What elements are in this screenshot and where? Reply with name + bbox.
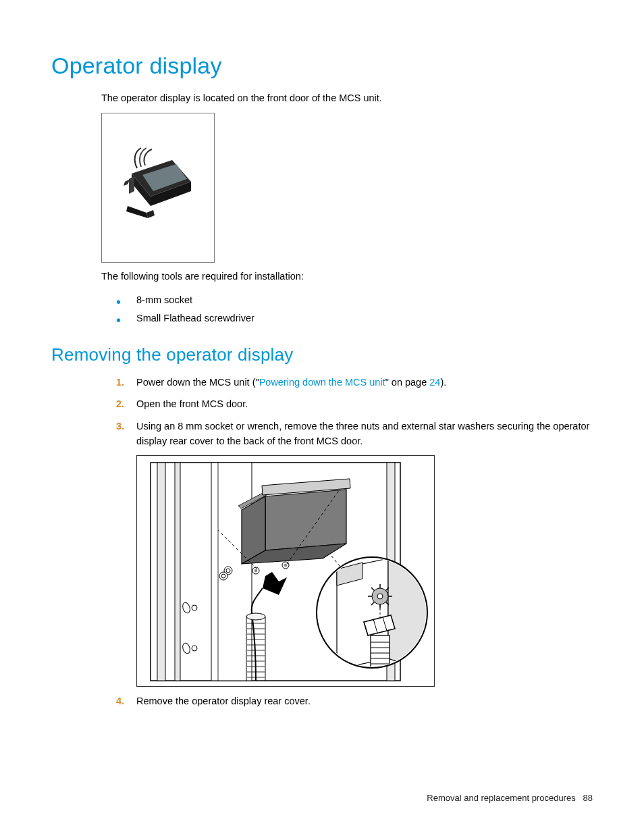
section-body: The operator display is located on the f…	[101, 91, 593, 328]
footer-page-number: 88	[583, 793, 593, 803]
figure-diagram-frame	[136, 455, 435, 687]
svg-point-28	[226, 569, 230, 573]
step-text: " on page	[385, 377, 430, 388]
page-footer: Removal and replacement procedures 88	[427, 793, 593, 803]
svg-marker-6	[146, 210, 155, 218]
figure-photo-frame	[101, 113, 215, 263]
tools-intro: The following tools are required for ins…	[101, 269, 593, 284]
procedure-steps-cont: Remove the operator display rear cover.	[116, 694, 593, 708]
subsection-body: Power down the MCS unit ("Powering down …	[101, 375, 593, 709]
svg-marker-18	[265, 490, 346, 550]
svg-point-16	[182, 602, 191, 614]
removal-diagram	[137, 456, 435, 687]
svg-point-24	[254, 569, 257, 572]
svg-rect-10	[175, 463, 180, 681]
svg-point-15	[192, 646, 197, 651]
page-ref-link[interactable]: 24	[429, 377, 440, 388]
svg-rect-9	[157, 463, 165, 681]
svg-marker-31	[263, 572, 287, 595]
step-text: Power down the MCS unit ("	[136, 377, 259, 388]
section-heading: Operator display	[51, 53, 593, 79]
step-item: Open the front MCS door.	[116, 396, 593, 411]
list-item: Small Flathead screwdriver	[116, 309, 593, 328]
svg-point-26	[284, 564, 287, 567]
step-item: Power down the MCS unit ("Powering down …	[116, 375, 593, 390]
operator-display-photo	[114, 144, 202, 232]
svg-point-17	[182, 642, 191, 654]
procedure-steps: Power down the MCS unit ("Powering down …	[116, 375, 593, 449]
svg-point-30	[221, 574, 225, 578]
step-text: ).	[440, 377, 446, 388]
tools-list: 8-mm socket Small Flathead screwdriver	[116, 291, 593, 328]
subsection-heading: Removing the operator display	[51, 344, 593, 365]
list-item: 8-mm socket	[116, 291, 593, 310]
step-item: Using an 8 mm socket or wrench, remove t…	[116, 419, 593, 449]
svg-point-32	[246, 613, 265, 620]
svg-marker-4	[129, 176, 134, 194]
page: Operator display The operator display is…	[0, 0, 644, 834]
step-item: Remove the operator display rear cover.	[116, 694, 593, 708]
svg-marker-5	[126, 206, 148, 218]
cross-ref-link[interactable]: Powering down the MCS unit	[259, 377, 385, 388]
svg-point-65	[377, 594, 383, 599]
footer-section-title: Removal and replacement procedures	[427, 793, 575, 803]
svg-point-14	[192, 605, 197, 610]
intro-paragraph: The operator display is located on the f…	[101, 91, 593, 106]
